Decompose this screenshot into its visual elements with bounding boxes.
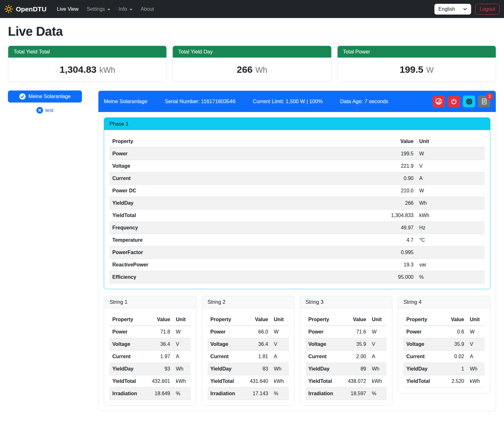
- table-row: Voltage36.4V: [109, 338, 191, 351]
- col-property: Property: [403, 314, 437, 326]
- table-row: YieldTotal2.520kWh: [403, 375, 485, 388]
- card-unit: Wh: [255, 65, 267, 75]
- string-1-card: String 1 Property Value Unit: [104, 296, 196, 406]
- sun-icon: [4, 5, 13, 13]
- power-toggle-button[interactable]: [448, 96, 460, 107]
- inverter-item-label: Meine Solaranlage: [28, 94, 71, 99]
- card-value: 266: [237, 64, 252, 75]
- col-unit: Unit: [173, 314, 191, 326]
- logout-button[interactable]: Logout: [475, 4, 500, 15]
- table-row: PowerFactor0.995: [109, 246, 485, 259]
- table-row: Current1.97A: [109, 351, 191, 363]
- nav-info[interactable]: Info: [115, 3, 137, 15]
- journal-icon: [481, 98, 488, 105]
- col-unit: Unit: [416, 135, 485, 148]
- device-info-button[interactable]: [463, 96, 475, 107]
- summary-cards: Total Yield Total 1,304.83 kWh Total Yie…: [8, 46, 496, 82]
- total-yield-day-card: Total Yield Day 266 Wh: [172, 46, 331, 82]
- table-row: YieldTotal1,304.833kWh: [109, 209, 485, 222]
- table-row: Voltage221.9V: [109, 160, 485, 172]
- language-select-value: English: [439, 6, 455, 12]
- inverter-serial: Serial Number: 116171603546: [165, 98, 236, 104]
- col-value: Value: [241, 314, 271, 326]
- chevron-down-icon: [129, 9, 133, 10]
- nav-live-view-label: Live View: [57, 6, 78, 12]
- table-row: Irradiation18.649%: [109, 388, 191, 400]
- table-header-row: Property Value Unit: [109, 314, 191, 326]
- col-unit: Unit: [271, 314, 289, 326]
- card-unit: W: [426, 65, 434, 75]
- col-property: Property: [208, 314, 241, 326]
- string-1-table: Property Value Unit Power71.8W Voltage36…: [109, 314, 191, 400]
- page-title: Live Data: [8, 24, 496, 39]
- table-row: YieldDay83Wh: [208, 363, 289, 375]
- navbar: OpenDTU Live View Settings Info About En…: [0, 0, 504, 18]
- card-title: Total Power: [338, 46, 496, 58]
- nav-settings-label: Settings: [87, 6, 105, 12]
- table-row: YieldTotal438.072kWh: [306, 375, 387, 388]
- card-value: 199.5: [400, 64, 423, 75]
- inverter-item-selected[interactable]: Meine Solaranlage: [8, 90, 82, 103]
- table-row: YieldDay89Wh: [306, 363, 387, 375]
- table-row: YieldTotal431.640kWh: [208, 375, 289, 388]
- table-row: Irradiation18.597%: [306, 388, 387, 400]
- col-unit: Unit: [369, 314, 387, 326]
- inverter-item-test[interactable]: test: [8, 107, 82, 114]
- table-row: Power71.6W: [306, 326, 387, 338]
- nav-live-view[interactable]: Live View: [53, 3, 83, 15]
- table-row: YieldDay266Wh: [109, 197, 485, 209]
- strings-row: String 1 Property Value Unit: [104, 296, 490, 406]
- phase-panel: Phase 1 Property Value Unit: [104, 117, 490, 289]
- col-value: Value: [339, 314, 369, 326]
- table-row: Irradiation17.143%: [208, 388, 289, 400]
- inverter-limit: Current Limit: 1,500 W | 100%: [253, 98, 323, 104]
- string-3-table: Property Value Unit Power71.6W Voltage35…: [306, 314, 387, 400]
- inverter-card: Meine Solaranlage Serial Number: 1161716…: [98, 90, 496, 411]
- table-row: Current0.02A: [403, 351, 485, 363]
- language-select[interactable]: English: [434, 4, 471, 15]
- brand-label: OpenDTU: [16, 5, 47, 13]
- nav-info-label: Info: [119, 6, 127, 12]
- inverter-data-age: Data Age: 7 seconds: [340, 98, 388, 104]
- table-header-row: Property Value Unit: [208, 314, 289, 326]
- table-row: Power71.8W: [109, 326, 191, 338]
- col-value: Value: [437, 314, 467, 326]
- table-header-row: Property Value Unit: [109, 135, 485, 148]
- table-row: YieldTotal432.601kWh: [109, 375, 191, 388]
- table-row: Temperature4.7°C: [109, 234, 485, 246]
- table-row: Voltage35.9V: [306, 338, 387, 351]
- table-row: YieldDay93Wh: [109, 363, 191, 375]
- string-title: String 2: [202, 296, 294, 308]
- x-circle-icon: [36, 107, 43, 114]
- event-log-button[interactable]: 2: [478, 96, 490, 107]
- limit-settings-button[interactable]: [432, 96, 445, 107]
- table-row: Voltage36.4V: [208, 338, 289, 351]
- card-unit: kWh: [99, 65, 115, 75]
- table-row: Efficiency95.000%: [109, 271, 485, 284]
- phase-title: Phase 1: [104, 118, 490, 130]
- nav-settings[interactable]: Settings: [83, 3, 115, 15]
- inverter-item-label: test: [45, 108, 53, 113]
- card-value: 1,304.83: [59, 64, 96, 75]
- card-title: Total Yield Total: [8, 46, 166, 58]
- string-title: String 3: [300, 296, 392, 308]
- table-row: Voltage35.9V: [403, 338, 485, 351]
- total-yield-total-card: Total Yield Total 1,304.83 kWh: [8, 46, 167, 82]
- nav-links: Live View Settings Info About: [53, 3, 434, 15]
- string-title: String 4: [398, 296, 490, 308]
- speedometer-icon: [435, 98, 442, 105]
- brand[interactable]: OpenDTU: [4, 5, 47, 13]
- col-value: Value: [143, 314, 173, 326]
- nav-about[interactable]: About: [137, 3, 158, 15]
- chevron-down-icon: [463, 8, 467, 10]
- string-3-card: String 3 Property Value Unit: [300, 296, 393, 406]
- card-title: Total Yield Day: [173, 46, 331, 58]
- cpu-icon: [465, 98, 473, 105]
- col-unit: Unit: [467, 314, 485, 326]
- table-row: Current0.90A: [109, 172, 485, 185]
- col-value: Value: [369, 135, 416, 148]
- phase-table: Property Value Unit Power199.5W Voltage2…: [109, 135, 485, 284]
- inverter-header: Meine Solaranlage Serial Number: 1161716…: [98, 91, 496, 112]
- table-row: Power DC210.0W: [109, 185, 485, 197]
- col-property: Property: [109, 314, 143, 326]
